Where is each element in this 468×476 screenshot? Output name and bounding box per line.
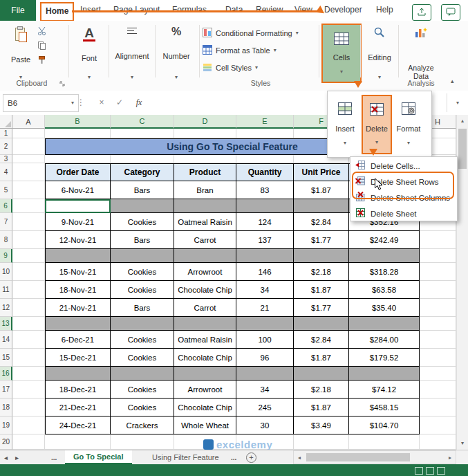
cell-E1[interactable] [236,129,294,138]
tab-help[interactable]: Help [372,2,397,19]
cell-D3[interactable] [174,155,236,163]
insert-function-button[interactable]: fx [131,94,147,111]
cell-E12[interactable]: 21 [236,299,294,317]
cell-H20[interactable] [420,434,456,450]
cell-G16[interactable] [349,367,420,381]
row-header-15[interactable]: 15 [0,349,12,367]
row-header-10[interactable]: 10 [0,263,12,281]
cut-button[interactable] [37,26,46,37]
cell-H10[interactable] [420,263,456,281]
delete-button[interactable]: Delete ▾ [362,95,392,154]
insert-button[interactable]: Insert ▾ [330,95,360,154]
row-header-8[interactable]: 8 [0,231,12,249]
add-sheet-button[interactable]: + [246,452,256,463]
cell-B16[interactable] [45,367,111,381]
cell-E15[interactable]: 96 [236,349,294,367]
column-header-E[interactable]: E [236,115,294,129]
cells-group-button[interactable]: Cells ▾ [321,24,362,83]
cell-A3[interactable] [12,155,45,163]
cell-A17[interactable] [12,381,45,399]
scroll-down-icon[interactable]: ▾ [457,437,468,448]
cell-C20[interactable] [111,434,174,450]
cell-D9[interactable] [174,249,236,263]
cell-B9[interactable] [45,249,111,263]
cell-D13[interactable] [174,317,236,331]
cell-B10[interactable]: 15-Nov-21 [45,263,111,281]
cell-D17[interactable]: Arrowroot [174,381,236,399]
clipboard-dialog-launcher-icon[interactable] [59,80,66,89]
tab-file[interactable]: File [0,0,36,21]
cell-F10[interactable]: $2.18 [294,263,349,281]
row-header-2[interactable]: 2 [0,138,12,155]
menu-item-delete-sheet[interactable]: Delete Sheet [350,205,457,221]
cell-B1[interactable] [45,129,111,138]
cell-E10[interactable]: 146 [236,263,294,281]
cell-E6[interactable] [236,199,294,213]
cell-G14[interactable]: $284.00 [349,331,420,349]
cell-D10[interactable]: Arrowroot [174,263,236,281]
cell-C9[interactable] [111,249,174,263]
page-break-view-icon[interactable] [437,467,445,475]
row-header-19[interactable]: 19 [0,416,12,434]
cell-D18[interactable]: Chocolate Chip [174,399,236,416]
cell-H14[interactable] [420,331,456,349]
cell-F6[interactable] [294,199,349,213]
row-header-17[interactable]: 17 [0,381,12,399]
cell-F13[interactable] [294,317,349,331]
cell-F15[interactable]: $1.87 [294,349,349,367]
cell-G11[interactable]: $63.58 [349,281,420,299]
cell-G8[interactable]: $242.49 [349,231,420,249]
cell-A19[interactable] [12,416,45,434]
comments-button[interactable] [441,4,460,21]
number-group-button[interactable]: % Number ▾ [157,25,196,80]
alignment-group-button[interactable]: Alignment ▾ [111,25,153,80]
cell-A14[interactable] [12,331,45,349]
cell-C11[interactable]: Cookies [111,281,174,299]
cell-E4[interactable]: Quantity [236,163,294,181]
cell-A7[interactable] [12,213,45,231]
cell-B12[interactable]: 21-Nov-21 [45,299,111,317]
cell-A12[interactable] [12,299,45,317]
cell-C8[interactable]: Bars [111,231,174,249]
cell-H12[interactable] [420,299,456,317]
cell-A8[interactable] [12,231,45,249]
cell-B20[interactable] [45,434,111,450]
cell-B11[interactable]: 18-Nov-21 [45,281,111,299]
cell-G15[interactable]: $179.52 [349,349,420,367]
format-painter-button[interactable] [37,55,46,66]
sheet-nav-left-icon[interactable]: ◂ [4,450,8,464]
cell-F17[interactable]: $2.18 [294,381,349,399]
name-box[interactable]: B6 ▾ [3,94,79,112]
cell-E3[interactable] [236,155,294,163]
cell-B17[interactable]: 18-Dec-21 [45,381,111,399]
cell-A11[interactable] [12,281,45,299]
cell-C6[interactable] [111,199,174,213]
row-header-1[interactable]: 1 [0,129,12,138]
cell-B7[interactable]: 9-Nov-21 [45,213,111,231]
cell-A10[interactable] [12,263,45,281]
cell-G19[interactable]: $104.70 [349,416,420,434]
column-header-C[interactable]: C [111,115,174,129]
horizontal-scroll-thumb[interactable] [306,453,410,461]
cell-H19[interactable] [420,416,456,434]
cell-F7[interactable]: $2.84 [294,213,349,231]
cancel-icon[interactable]: × [94,94,109,111]
cell-styles-button[interactable]: Cell Styles ▾ [203,59,319,76]
cell-B4[interactable]: Order Date [45,163,111,181]
cell-F14[interactable]: $2.84 [294,331,349,349]
cell-E5[interactable]: 83 [236,181,294,199]
cell-H13[interactable] [420,317,456,331]
row-header-11[interactable]: 11 [0,281,12,299]
cell-C10[interactable]: Cookies [111,263,174,281]
cell-C15[interactable]: Cookies [111,349,174,367]
cell-C16[interactable] [111,367,174,381]
cell-E9[interactable] [236,249,294,263]
cell-G13[interactable] [349,317,420,331]
cell-F20[interactable] [294,434,349,450]
cell-B6[interactable] [45,199,111,213]
share-button[interactable] [412,4,431,21]
cell-A16[interactable] [12,367,45,381]
cell-C19[interactable]: Crackers [111,416,174,434]
cell-D16[interactable] [174,367,236,381]
cell-E8[interactable]: 137 [236,231,294,249]
